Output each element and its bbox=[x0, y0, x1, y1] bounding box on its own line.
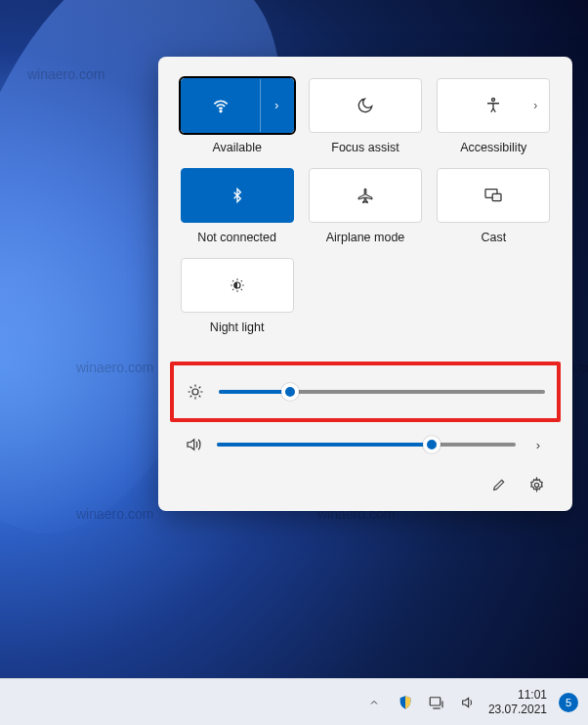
tile-wifi-main[interactable] bbox=[182, 79, 260, 132]
brightness-row bbox=[182, 369, 549, 414]
tile-label: Focus assist bbox=[331, 141, 399, 154]
tile-wifi-wrap: › Available bbox=[180, 78, 294, 154]
svg-point-6 bbox=[534, 483, 538, 487]
tile-label: Not connected bbox=[197, 231, 276, 244]
panel-footer bbox=[180, 467, 551, 499]
tile-accessibility[interactable]: › bbox=[437, 78, 550, 133]
sliders-section: › bbox=[180, 362, 551, 467]
brightness-highlight bbox=[170, 362, 561, 422]
tile-bluetooth-wrap: Not connected bbox=[180, 168, 294, 244]
tile-night-light[interactable] bbox=[181, 258, 294, 313]
chevron-right-icon: › bbox=[533, 99, 537, 112]
chevron-right-icon: › bbox=[274, 99, 278, 112]
tile-focus-wrap: Focus assist bbox=[308, 78, 422, 154]
chevron-right-icon: › bbox=[536, 438, 540, 452]
svg-point-1 bbox=[492, 99, 495, 102]
wifi-icon bbox=[211, 96, 231, 115]
clock-date: 23.07.2021 bbox=[488, 703, 547, 716]
notification-count: 5 bbox=[566, 697, 571, 708]
nightlight-icon bbox=[229, 277, 246, 294]
tile-accessibility-wrap: › Accessibility bbox=[437, 78, 551, 154]
bluetooth-icon bbox=[230, 186, 245, 205]
tile-label: Airplane mode bbox=[326, 231, 405, 244]
tile-label: Available bbox=[212, 141, 262, 154]
brightness-icon bbox=[186, 383, 205, 401]
slider-fill bbox=[219, 390, 290, 394]
airplane-icon bbox=[357, 187, 374, 204]
clock-time: 11:01 bbox=[518, 688, 547, 702]
accessibility-icon bbox=[484, 97, 502, 114]
svg-rect-3 bbox=[493, 193, 502, 200]
slider-fill bbox=[217, 443, 432, 447]
security-icon[interactable] bbox=[397, 694, 414, 711]
volume-expand[interactable]: › bbox=[529, 438, 547, 452]
quick-settings-tiles: › Available Focus assist › Accessibility bbox=[180, 78, 551, 334]
quick-settings-panel: › Available Focus assist › Accessibility bbox=[158, 57, 572, 511]
edit-button[interactable] bbox=[491, 477, 507, 493]
moon-icon bbox=[357, 97, 374, 114]
taskbar-clock[interactable]: 11:01 23.07.2021 bbox=[488, 688, 547, 716]
cast-icon bbox=[483, 188, 503, 203]
tile-nightlight-wrap: Night light bbox=[180, 258, 294, 334]
slider-thumb[interactable] bbox=[423, 436, 441, 453]
tile-wifi[interactable]: › bbox=[181, 78, 294, 133]
svg-rect-7 bbox=[430, 697, 441, 704]
volume-slider[interactable] bbox=[217, 437, 516, 452]
tile-cast[interactable] bbox=[437, 168, 550, 223]
network-icon[interactable] bbox=[428, 694, 445, 711]
taskbar: 11:01 23.07.2021 5 bbox=[0, 678, 588, 725]
tile-label: Accessibility bbox=[460, 141, 526, 154]
volume-icon bbox=[184, 436, 203, 453]
tile-label: Night light bbox=[210, 320, 265, 334]
system-tray bbox=[365, 694, 477, 711]
tile-wifi-expand[interactable]: › bbox=[260, 79, 293, 132]
volume-tray-icon[interactable] bbox=[459, 694, 477, 711]
svg-point-0 bbox=[220, 110, 222, 112]
tile-bluetooth[interactable] bbox=[181, 168, 294, 223]
tray-overflow[interactable] bbox=[365, 694, 383, 711]
tile-airplane-mode[interactable] bbox=[309, 168, 422, 223]
notification-badge[interactable]: 5 bbox=[559, 693, 578, 712]
volume-row: › bbox=[180, 422, 551, 467]
brightness-slider[interactable] bbox=[219, 384, 545, 400]
slider-thumb[interactable] bbox=[281, 383, 299, 401]
tile-cast-wrap: Cast bbox=[437, 168, 551, 244]
tile-focus-assist[interactable] bbox=[309, 78, 422, 133]
settings-button[interactable] bbox=[528, 477, 545, 493]
tile-label: Cast bbox=[481, 231, 506, 244]
svg-point-5 bbox=[192, 389, 198, 395]
tile-airplane-wrap: Airplane mode bbox=[308, 168, 422, 244]
